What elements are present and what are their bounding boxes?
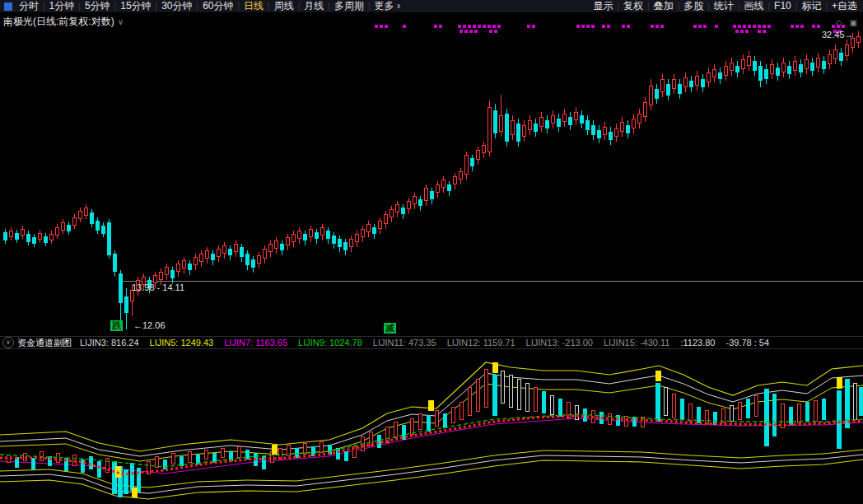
toolbar-item-left-0[interactable]: 分时: [15, 0, 43, 12]
toolbar-item-right-8[interactable]: +自选: [828, 0, 861, 12]
indicator-bar: [730, 405, 734, 422]
indicator-bar: [797, 404, 801, 423]
candle: [263, 249, 267, 259]
candle: [424, 188, 428, 201]
signal-dot: [837, 25, 840, 28]
candle: [562, 114, 567, 122]
toolbar-item-left-2[interactable]: 5分钟: [81, 0, 114, 12]
candle: [240, 247, 244, 257]
toolbar-item-left-4[interactable]: 30分钟: [157, 0, 196, 12]
indicator-bar: [484, 369, 488, 408]
signal-dot: [532, 25, 535, 28]
signal-dot: [655, 25, 659, 28]
toolbar-item-right-0[interactable]: 显示: [589, 0, 617, 12]
indicator-bar: [845, 379, 850, 428]
candle: [793, 61, 797, 71]
legend-item-0: LIJIN3: 816.24: [80, 338, 139, 348]
candle: [274, 240, 278, 249]
indicator-bar: [171, 453, 175, 464]
candle: [493, 110, 497, 133]
title-dropdown-icon[interactable]: ∨: [118, 17, 124, 26]
candle: [361, 229, 365, 237]
candle: [401, 208, 405, 214]
indicator-signal-block: [272, 445, 278, 455]
candle: [26, 234, 30, 242]
indicator-bar: [616, 415, 620, 426]
indicator-bar: [89, 456, 93, 469]
signal-dot: [459, 30, 463, 33]
toolbar-item-left-7[interactable]: 周线: [270, 0, 298, 12]
candle: [447, 184, 451, 191]
indicator-bar: [147, 461, 151, 474]
signal-dot: [497, 25, 501, 28]
indicator-bar: [105, 458, 110, 473]
signal-dot: [581, 25, 585, 28]
toolbar-item-right-2[interactable]: 叠加: [650, 0, 678, 12]
candle: [568, 117, 572, 125]
candle: [741, 59, 745, 69]
candle: [649, 86, 653, 105]
indicator-bar: [262, 456, 266, 469]
candle: [591, 125, 595, 135]
candle: [557, 119, 561, 127]
indicator-bar: [369, 432, 373, 446]
candle: [845, 44, 849, 56]
candle: [194, 257, 198, 265]
indicator-bar: [583, 408, 587, 422]
toolbar-item-left-1[interactable]: 1分钟: [45, 0, 79, 12]
indicator-bar: [56, 453, 60, 463]
toolbar-item-right-1[interactable]: 复权: [619, 0, 647, 12]
candle: [90, 212, 94, 224]
candle: [805, 59, 809, 69]
toolbar-item-right-4[interactable]: 统计: [710, 0, 738, 12]
toolbar-item-left-3[interactable]: 15分钟: [116, 0, 155, 12]
candle: [701, 79, 705, 87]
candle: [430, 191, 434, 199]
indicator-bar: [789, 407, 793, 425]
signal-dot: [758, 30, 761, 33]
candle: [620, 122, 624, 132]
candle: [660, 79, 665, 92]
toolbar-item-left-9[interactable]: 多周期: [330, 0, 368, 12]
subpanel-collapse-icon[interactable]: ∨: [2, 337, 14, 348]
signal-dot: [586, 25, 590, 28]
legend-item-4: LIJIN11: 473.35: [373, 338, 436, 348]
subpanel-title[interactable]: 资金通道副图: [17, 337, 72, 349]
signal-dot: [464, 30, 468, 33]
candle: [78, 211, 82, 219]
indicator-bar: [664, 387, 668, 416]
signal-dot: [468, 25, 471, 28]
toolbar-item-left-8[interactable]: 月线: [300, 0, 328, 12]
signal-dot: [703, 25, 707, 28]
indicator-bar: [697, 407, 701, 423]
indicator-bar: [705, 410, 709, 424]
candle: [614, 128, 618, 137]
indicator-bar: [254, 453, 258, 466]
main-chart-canvas[interactable]: 南极光(日线:前复权:对数)∨ ◇ ▣ 13.98 - 14.11 ←12.06…: [0, 13, 863, 336]
low-price-label: ←12.06: [133, 320, 166, 330]
toolbar-item-left-10[interactable]: 更多 ›: [371, 0, 404, 12]
indicator-bar: [550, 395, 554, 415]
candle: [770, 64, 774, 74]
indicator-bar: [492, 375, 497, 416]
indicator-bar: [155, 456, 159, 468]
candle: [159, 272, 163, 280]
candle: [32, 237, 36, 244]
candle: [528, 120, 532, 130]
toolbar-item-right-6[interactable]: F10: [770, 0, 795, 12]
toolbar-item-right-7[interactable]: 标记: [797, 0, 825, 12]
toolbar-item-left-6[interactable]: 日线: [240, 0, 268, 12]
chart-title-row: 南极光(日线:前复权:对数)∨: [3, 15, 124, 29]
candle: [170, 270, 175, 278]
subpanel-canvas[interactable]: [0, 350, 863, 501]
signal-dot: [733, 25, 736, 28]
indicator-bar: [853, 383, 857, 420]
candle: [222, 245, 226, 254]
candle: [119, 273, 123, 303]
indicator-bar: [525, 383, 529, 412]
signal-dot: [763, 25, 766, 28]
toolbar-item-right-3[interactable]: 多股: [679, 0, 707, 12]
toolbar-item-left-5[interactable]: 60分钟: [198, 0, 237, 12]
signal-dot: [478, 25, 481, 28]
toolbar-item-right-5[interactable]: 画线: [739, 0, 767, 12]
